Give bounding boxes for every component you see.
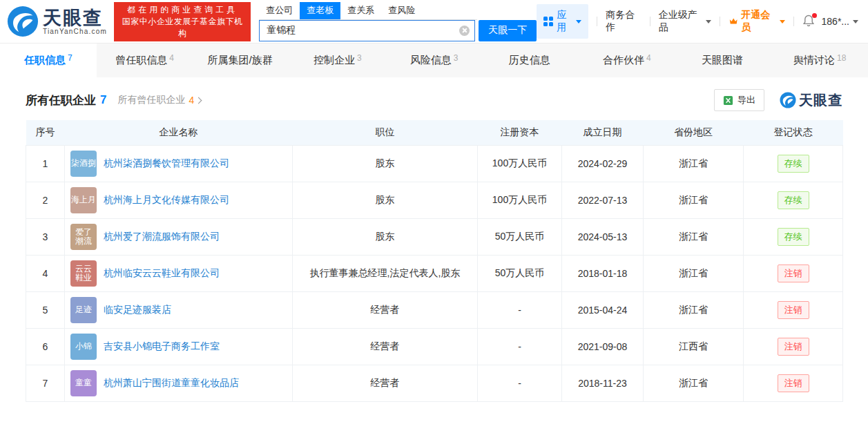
tab-former-positions[interactable]: 曾任职信息4	[97, 44, 193, 77]
section-title: 所有任职企业	[26, 93, 96, 108]
nav-open-vip[interactable]: 开通会员	[729, 9, 785, 34]
tab-public-opinion[interactable]: 舆情讨论18	[771, 44, 868, 77]
capital-cell: 50万人民币	[478, 255, 562, 291]
tab-label: 天眼图谱	[702, 54, 743, 67]
tab-partners[interactable]: 合作伙伴4	[579, 44, 675, 77]
tab-count: 4	[646, 53, 651, 63]
company-avatar: 小锦	[70, 334, 97, 360]
search-tab-company[interactable]: 查公司	[259, 2, 300, 19]
search-tabs: 查公司 查老板 查关系 查风险	[259, 2, 477, 20]
table-row: 7 童童 杭州萧山宁围街道童童化妆品店 经营者 - 2018-11-23 浙江省…	[26, 365, 843, 401]
tab-count: 4	[169, 53, 174, 63]
notifications-button[interactable]	[802, 15, 815, 29]
former-positions-count: 4	[189, 95, 194, 106]
divider	[720, 17, 720, 26]
company-link[interactable]: 杭州临安云云鞋业有限公司	[104, 267, 220, 280]
position-cell: 股东	[293, 218, 478, 255]
row-no: 7	[26, 365, 65, 401]
status-badge: 注销	[778, 338, 809, 356]
tab-count: 3	[454, 53, 459, 63]
position-cell: 经营者	[293, 365, 478, 401]
search-button[interactable]: 天眼一下	[479, 20, 537, 41]
export-button[interactable]: 导出	[714, 89, 764, 111]
profile-tab-bar: 任职信息7 曾任职信息4 所属集团/族群 控制企业3 风险信息3 历史信息 合作…	[0, 43, 868, 77]
col-no: 序号	[26, 120, 65, 145]
table-header-row: 序号 企业名称 职位 注册资本 成立日期 省份地区 登记状态	[26, 120, 843, 145]
search-input[interactable]	[259, 20, 475, 41]
position-cell: 执行董事兼总经理,法定代表人,股东	[293, 255, 478, 291]
tab-risk-info[interactable]: 风险信息3	[386, 44, 483, 77]
tab-group[interactable]: 所属集团/族群	[193, 44, 289, 77]
promo-line1: 都在用的商业查询工具	[121, 4, 244, 16]
position-cell: 经营者	[293, 328, 478, 365]
company-avatar: 柒酒捌	[70, 151, 97, 177]
company-link[interactable]: 临安足迹服装店	[104, 304, 171, 316]
promo-badge: 都在用的商业查询工具 国家中小企业发展子基金旗下机构	[114, 2, 251, 41]
company-link[interactable]: 杭州爱了潮流服饰有限公司	[104, 231, 220, 243]
tab-label: 控制企业	[314, 54, 355, 67]
chevron-down-icon	[576, 20, 581, 23]
clear-input-icon[interactable]	[459, 26, 470, 36]
divider	[597, 17, 597, 26]
user-account-menu[interactable]: 186*...	[822, 16, 858, 27]
tab-graph[interactable]: 天眼图谱	[675, 44, 772, 77]
table-row: 1 柒酒捌 杭州柒酒捌餐饮管理有限公司 股东 100万人民币 2024-02-2…	[26, 145, 843, 182]
tianyancha-logo[interactable]: 天眼查 TianYanCha.com	[7, 6, 107, 37]
company-avatar: 云云 鞋业	[70, 260, 97, 287]
status-badge: 存续	[778, 155, 809, 173]
former-positions-link[interactable]: 所有曾任职企业 4	[117, 94, 201, 106]
enterprise-label: 企业级产品	[659, 9, 702, 34]
search-tab-relation[interactable]: 查关系	[340, 2, 381, 19]
watermark-logo: 天眼查	[780, 91, 842, 110]
tab-label: 历史信息	[509, 54, 550, 67]
tab-label: 任职信息	[24, 54, 66, 67]
position-cell: 股东	[293, 182, 478, 218]
chevron-down-icon	[706, 20, 711, 23]
col-date: 成立日期	[562, 120, 644, 145]
col-capital: 注册资本	[478, 120, 562, 145]
company-link[interactable]: 吉安县小锦电子商务工作室	[104, 340, 220, 353]
section-title-count: 7	[100, 93, 106, 107]
row-no: 2	[26, 182, 65, 218]
company-link[interactable]: 杭州萧山宁围街道童童化妆品店	[104, 377, 239, 389]
status-badge: 注销	[778, 301, 809, 319]
tab-count: 3	[357, 53, 362, 63]
status-badge: 存续	[778, 191, 809, 209]
province-cell: 浙江省	[644, 145, 744, 182]
positions-table: 序号 企业名称 职位 注册资本 成立日期 省份地区 登记状态 1 柒酒捌 杭州柒…	[26, 120, 842, 402]
notification-dot	[812, 13, 817, 18]
search-block: 查公司 查老板 查关系 查风险 天眼一下	[259, 2, 537, 41]
chevron-right-icon	[195, 97, 202, 104]
row-no: 5	[26, 291, 65, 328]
company-link[interactable]: 杭州海上月文化传媒有限公司	[104, 194, 229, 206]
nav-business-cooperation[interactable]: 商务合作	[606, 9, 641, 34]
province-cell: 浙江省	[644, 182, 744, 218]
company-link[interactable]: 杭州柒酒捌餐饮管理有限公司	[104, 157, 229, 170]
former-positions-label: 所有曾任职企业	[117, 94, 185, 106]
top-nav: 应用 商务合作 企业级产品 开通会员 186*...	[537, 4, 858, 39]
company-avatar: 爱了 潮流	[70, 224, 97, 250]
tab-positions[interactable]: 任职信息7	[0, 44, 97, 77]
status-badge: 存续	[778, 228, 809, 246]
search-tab-boss[interactable]: 查老板	[300, 2, 340, 19]
export-label: 导出	[737, 94, 755, 106]
province-cell: 浙江省	[644, 365, 744, 401]
date-cell: 2024-02-29	[562, 145, 644, 182]
logo-subtitle: TianYanCha.com	[43, 28, 107, 35]
capital-cell: -	[478, 328, 562, 365]
nav-enterprise-products[interactable]: 企业级产品	[659, 9, 711, 34]
search-tab-risk[interactable]: 查风险	[381, 2, 422, 19]
watermark-logo-text: 天眼查	[799, 91, 842, 110]
apps-grid-icon	[543, 17, 553, 26]
province-cell: 浙江省	[644, 218, 744, 255]
capital-cell: 100万人民币	[478, 182, 562, 218]
tab-controlled-companies[interactable]: 控制企业3	[289, 44, 386, 77]
capital-cell: 100万人民币	[478, 145, 562, 182]
crown-icon	[729, 16, 738, 27]
tab-count: 7	[68, 53, 73, 63]
province-cell: 江西省	[644, 328, 744, 365]
promo-line2: 国家中小企业发展子基金旗下机构	[121, 16, 244, 39]
apps-menu[interactable]: 应用	[537, 4, 588, 39]
tab-history-info[interactable]: 历史信息	[482, 44, 579, 77]
col-position: 职位	[293, 120, 478, 145]
